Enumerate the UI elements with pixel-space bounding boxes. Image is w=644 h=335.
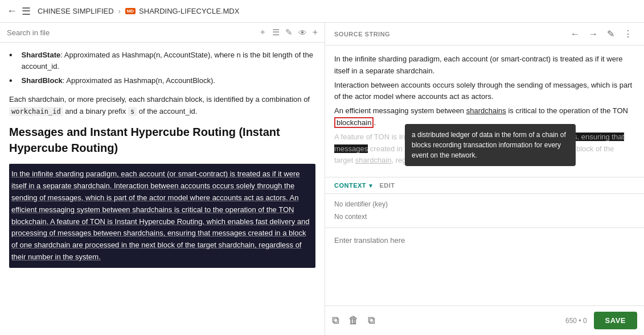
filename-label: SHARDING-LIFECYCLE.MDX xyxy=(139,7,239,15)
highlighted-text: In the infinite sharding paradigm, each … xyxy=(11,169,309,261)
right-topbar-icons: ← → ✎ ⋮ xyxy=(568,27,635,40)
bottom-right: 650 • 0 SAVE xyxy=(565,312,637,329)
source-para-1: In the infinite sharding paradigm, each … xyxy=(334,53,635,77)
context-tab-label: CONTEXT xyxy=(334,182,366,189)
context-info: No identifier (key) No context xyxy=(325,194,644,228)
char-count: 650 • 0 xyxy=(565,317,587,325)
back-nav-button[interactable]: ← xyxy=(568,28,582,40)
bullet-list: ShardState: Approximated as Hashmap(n, A… xyxy=(9,49,315,87)
back-icon[interactable]: ← xyxy=(7,5,17,17)
edit-icon[interactable]: ✎ xyxy=(285,27,293,38)
confirm-button[interactable]: ⧉ xyxy=(368,315,375,326)
no-identifier-label: No identifier (key) xyxy=(334,198,635,211)
section-heading: Messages and Instant Hypercube Routing (… xyxy=(9,124,315,156)
source-string-label: SOURCE STRING xyxy=(334,31,390,38)
tooltip-text: a distributed ledger of data in the form… xyxy=(412,131,566,159)
source-para-2: Interaction between accounts occurs sole… xyxy=(334,80,635,104)
delete-button[interactable]: 🗑 xyxy=(348,315,359,326)
context-tab-button[interactable]: CONTEXT ▼ xyxy=(334,182,374,189)
term-shardblock: ShardBlock xyxy=(22,76,63,85)
left-panel: ✦ ☰ ✎ 👁 + ShardState: Approximated as Ha… xyxy=(0,23,325,335)
translation-input[interactable] xyxy=(334,236,635,297)
context-chevron-icon: ▼ xyxy=(368,183,374,189)
list-item-text: ShardBlock: Approximated as Hashmap(n, A… xyxy=(22,75,215,87)
edit-tab-button[interactable]: EDIT xyxy=(379,182,395,189)
list-item-text: ShardState: Approximated as Hashmap(n, A… xyxy=(22,49,315,72)
source-string-content: In the infinite sharding paradigm, each … xyxy=(325,46,644,177)
no-context-label: No context xyxy=(334,211,635,224)
term-shardstate: ShardState xyxy=(22,51,61,59)
tooltip-popup: a distributed ledger of data in the form… xyxy=(405,124,576,166)
list-icon[interactable]: ☰ xyxy=(272,27,280,38)
list-item: ShardBlock: Approximated as Hashmap(n, A… xyxy=(9,75,315,87)
blockchain-highlight: blockchain xyxy=(334,117,374,128)
highlighted-text-block[interactable]: In the infinite sharding paradigm, each … xyxy=(9,164,315,267)
search-bar: ✦ ☰ ✎ 👁 + xyxy=(0,23,325,43)
file-title: MD SHARDING-LIFECYCLE.MDX xyxy=(125,7,240,15)
topbar: ← ☰ CHINESE SIMPLIFIED › MD SHARDING-LIF… xyxy=(0,0,644,23)
edit-pencil-button[interactable]: ✎ xyxy=(605,27,617,40)
edit-tab-label: EDIT xyxy=(379,182,395,189)
forward-nav-button[interactable]: → xyxy=(586,28,600,40)
more-options-button[interactable]: ⋮ xyxy=(621,27,635,40)
menu-icon[interactable]: ☰ xyxy=(22,5,31,18)
breadcrumb-label: CHINESE SIMPLIFIED xyxy=(38,7,114,15)
left-content: ShardState: Approximated as Hashmap(n, A… xyxy=(0,43,325,335)
magic-icon[interactable]: ✦ xyxy=(259,27,266,38)
prose-workchain: Each shardchain, or more precisely, each… xyxy=(9,94,315,118)
context-bar: CONTEXT ▼ EDIT xyxy=(325,177,644,194)
copy-button[interactable]: ⧉ xyxy=(332,315,339,326)
add-icon[interactable]: + xyxy=(313,27,318,38)
list-item: ShardState: Approximated as Hashmap(n, A… xyxy=(9,49,315,72)
shardchains-link: shardchains xyxy=(466,106,506,115)
right-panel: SOURCE STRING ← → ✎ ⋮ In the infinite sh… xyxy=(325,23,644,335)
eye-icon[interactable]: 👁 xyxy=(298,28,307,38)
bottom-icons: ⧉ 🗑 ⧉ xyxy=(332,315,375,326)
file-type-icon: MD xyxy=(125,8,136,14)
code-s: s xyxy=(128,107,137,116)
main-area: ✦ ☰ ✎ 👁 + ShardState: Approximated as Ha… xyxy=(0,23,644,335)
translation-area[interactable] xyxy=(325,228,644,305)
chevron-right-icon: › xyxy=(118,7,121,15)
bottom-bar: ⧉ 🗑 ⧉ 650 • 0 SAVE xyxy=(325,305,644,335)
code-workchain: workchain_id xyxy=(9,107,63,116)
shardchain-link2: shardchain xyxy=(355,156,392,164)
search-bar-icons: ✦ ☰ ✎ 👁 + xyxy=(259,27,318,38)
search-input[interactable] xyxy=(7,28,255,37)
save-button[interactable]: SAVE xyxy=(594,312,637,329)
breadcrumb: CHINESE SIMPLIFIED › xyxy=(38,7,121,15)
right-topbar: SOURCE STRING ← → ✎ ⋮ xyxy=(325,23,644,46)
